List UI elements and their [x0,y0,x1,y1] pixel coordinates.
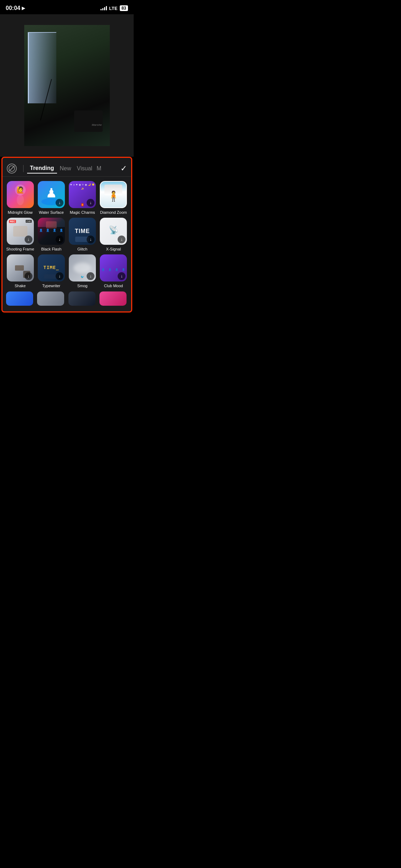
download-icon-clubmood: ↓ [120,274,123,279]
effect-thumb-shake: ↓ [7,254,34,281]
effect-label-smog: Smog [77,284,88,288]
effect-shake[interactable]: ↓ Shake [6,254,34,288]
time-text: TIME [75,228,90,234]
effect-thumb-diamond-zoom: 🧍 [100,181,127,208]
effects-grid: 🙋 Midnight Glow ♟ ↓ Water Surface ✦⟡✦ [2,177,131,291]
download-badge-magic: ↓ [87,199,94,207]
signal-bars [101,6,107,10]
status-right: LTE 83 [101,5,128,11]
download-icon-blackflash: ↓ [58,237,61,242]
effect-x-signal[interactable]: 📡 ↓ X-Signal [99,218,128,252]
effect-label-diamond-zoom: Diamond Zoom [100,210,127,215]
download-badge-water: ↓ [56,199,63,207]
download-badge-shake: ↓ [25,272,32,280]
time-display: 00:04 [6,5,20,11]
download-icon-typewriter: ↓ [58,274,61,279]
download-badge-xsignal: ↓ [118,236,125,243]
effect-water-surface[interactable]: ♟ ↓ Water Surface [37,181,65,215]
effect-thumb-smog: 🐦 ↓ [69,254,96,281]
effect-thumb-midnight-glow: 🙋 [7,181,34,208]
rec-badge: REC [9,220,16,223]
signal-bar-4 [106,6,107,10]
effect-thumb-black-flash: 👤 👤 👤 👤 ↓ [38,218,65,245]
no-filter-icon[interactable] [7,164,17,174]
download-badge-blackflash: ↓ [56,236,63,243]
download-icon-glitch: ↓ [89,237,92,242]
download-icon-smog: ↓ [89,274,92,279]
partial-bottom-row [2,291,131,309]
download-badge-smog: ↓ [87,272,94,280]
effect-label-midnight-glow: Midnight Glow [8,210,33,215]
speaker-box [74,110,103,132]
effect-time-glitch[interactable]: TIME ↓ Glitch [68,218,97,252]
effect-typewriter[interactable]: TIME_ ↓ Typewriter [37,254,65,288]
effect-thumb-magic-charms: ✦⟡✦ ◈✧◈ 🌙⭐✨ 🏮 ↓ [69,181,96,208]
effect-shooting-frame[interactable]: REC CHE ↓ Shooting Frame [6,218,34,252]
effect-label-time-glitch: Glitch [77,247,87,252]
status-bar: 00:04 ▶ LTE 83 [0,0,134,14]
tab-new[interactable]: New [57,164,74,173]
partial-thumb-1[interactable] [6,291,33,306]
signal-bar-1 [101,9,102,10]
effect-label-x-signal: X-Signal [106,247,121,252]
download-badge-shooting: ↓ [25,236,32,243]
effect-label-typewriter: Typewriter [42,284,61,288]
effect-thumb-typewriter: TIME_ ↓ [38,254,65,281]
signal-bar-3 [104,7,105,10]
effect-thumb-water-surface: ♟ ↓ [38,181,65,208]
download-icon-xsignal: ↓ [120,237,123,242]
effect-label-water-surface: Water Surface [39,210,64,215]
camera-frame: Marshe [24,25,110,146]
status-time: 00:04 ▶ [6,5,25,11]
location-icon: ▶ [22,6,25,11]
tab-more[interactable]: M [95,164,102,173]
effects-tab-bar: Trending New Visual M ✓ [2,158,131,177]
effect-label-shooting-frame: Shooting Frame [6,247,34,252]
monitor-glow [28,32,56,103]
effect-black-flash[interactable]: 👤 👤 👤 👤 ↓ Black Flash [37,218,65,252]
partial-thumb-3[interactable] [68,291,96,306]
effect-label-black-flash: Black Flash [41,247,61,252]
speaker-label: Marshe [92,123,102,126]
effect-thumb-time-glitch: TIME ↓ [69,218,96,245]
person-icon: 🧍 [107,190,120,202]
tab-visual[interactable]: Visual [74,164,95,173]
signal-bar-2 [102,8,103,10]
effect-thumb-shooting-frame: REC CHE ↓ [7,218,34,245]
battery-level: 83 [120,5,128,11]
tab-divider [23,165,24,172]
download-icon-magic: ↓ [89,200,92,205]
download-badge-typewriter: ↓ [56,272,63,280]
download-icon-shake: ↓ [27,274,30,279]
effect-midnight-glow[interactable]: 🙋 Midnight Glow [6,181,34,215]
effect-label-shake: Shake [15,284,26,288]
effects-panel: Trending New Visual M ✓ 🙋 Midnight Glow … [1,157,132,312]
network-type: LTE [109,6,118,11]
partial-thumb-2[interactable] [37,291,64,306]
effect-thumb-x-signal: 📡 ↓ [100,218,127,245]
partial-thumb-4[interactable] [99,291,127,306]
effect-club-mood[interactable]: 👤 👤 👤 👤 ↓ Club Mood [99,254,128,288]
effect-diamond-zoom[interactable]: 🧍 Diamond Zoom [99,181,128,215]
effect-label-magic-charms: Magic Charms [70,210,95,215]
download-icon-shooting: ↓ [27,237,30,242]
effect-smog[interactable]: 🐦 ↓ Smog [68,254,97,288]
effect-thumb-club-mood: 👤 👤 👤 👤 ↓ [100,254,127,281]
confirm-button[interactable]: ✓ [120,164,127,173]
camera-preview: Marshe [0,14,134,157]
download-icon: ↓ [58,200,61,205]
tab-trending[interactable]: Trending [27,164,57,174]
effect-label-club-mood: Club Mood [104,284,123,288]
download-badge-glitch: ↓ [87,236,94,243]
effect-magic-charms[interactable]: ✦⟡✦ ◈✧◈ 🌙⭐✨ 🏮 ↓ Magic Charms [68,181,97,215]
